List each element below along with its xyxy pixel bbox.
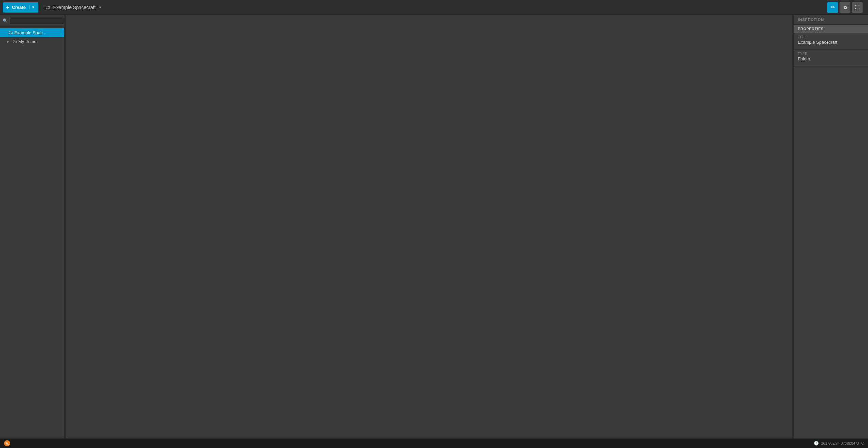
top-bar: + Create ▼ 🗂 Example Spacecraft ▼ ✏ ⧉ ⛶ xyxy=(0,0,868,15)
breadcrumb: 🗂 Example Spacecraft ▼ xyxy=(38,4,827,11)
type-value: Folder xyxy=(798,56,864,64)
expand-icon: ⛶ xyxy=(855,5,860,10)
sidebar-item-label-myitems: My Items xyxy=(18,39,36,44)
properties-tab-label: PROPERTIES xyxy=(798,27,824,31)
share-button[interactable]: ⧉ xyxy=(840,2,850,13)
breadcrumb-title: Example Spacecraft xyxy=(53,5,96,10)
status-bar: 🛰 🕐 2017/02/24 07:48:04 UTC xyxy=(0,439,868,448)
clock-icon: 🕐 xyxy=(814,441,819,446)
toolbar-right: ✏ ⧉ ⛶ xyxy=(827,2,863,13)
sidebar-item-my-items[interactable]: ▶ 🗂 My Items xyxy=(0,37,64,46)
breadcrumb-folder-icon: 🗂 xyxy=(45,4,51,11)
timestamp: 2017/02/24 07:48:04 UTC xyxy=(821,441,864,445)
sidebar-item-example-spacecraft[interactable]: 🗂 Example Spac... xyxy=(0,28,64,37)
main-layout: 🔍 ▼ 🗂 Example Spac... ▶ 🗂 My Items xyxy=(0,15,868,439)
inspection-panel: INSPECTION PROPERTIES TITLE Example Spac… xyxy=(793,15,868,439)
create-label: Create xyxy=(12,5,25,10)
sidebar-tree: 🗂 Example Spac... ▶ 🗂 My Items xyxy=(0,27,64,439)
title-value: Example Spacecraft xyxy=(798,40,864,47)
expand-arrow-myitems: ▶ xyxy=(7,40,11,43)
status-bar-left: 🛰 xyxy=(4,440,10,446)
plus-icon: + xyxy=(6,4,9,11)
type-property: TYPE Folder xyxy=(794,50,868,66)
title-label: TITLE xyxy=(798,35,864,39)
main-content xyxy=(66,15,792,439)
edit-icon: ✏ xyxy=(831,4,835,11)
satellite-icon: 🛰 xyxy=(4,440,10,446)
create-dropdown-arrow[interactable]: ▼ xyxy=(29,5,35,9)
breadcrumb-dropdown-icon[interactable]: ▼ xyxy=(98,5,102,9)
share-icon: ⧉ xyxy=(844,5,847,10)
inspection-header-label: INSPECTION xyxy=(798,18,824,22)
inspection-header: INSPECTION xyxy=(794,15,868,25)
search-input[interactable] xyxy=(9,17,65,24)
folder-icon-myitems: 🗂 xyxy=(12,39,17,44)
type-label: TYPE xyxy=(798,52,864,56)
create-button[interactable]: + Create ▼ xyxy=(3,2,38,13)
properties-tab[interactable]: PROPERTIES xyxy=(794,25,868,33)
search-icon: 🔍 xyxy=(3,18,8,23)
sidebar-search-bar: 🔍 ▼ xyxy=(0,15,64,27)
sidebar: 🔍 ▼ 🗂 Example Spac... ▶ 🗂 My Items xyxy=(0,15,64,439)
edit-button[interactable]: ✏ xyxy=(827,2,838,13)
title-property: TITLE Example Spacecraft xyxy=(794,33,868,50)
folder-icon-spacecraft: 🗂 xyxy=(8,30,13,35)
expand-button[interactable]: ⛶ xyxy=(852,2,863,13)
sidebar-item-label-spacecraft: Example Spac... xyxy=(14,30,46,35)
